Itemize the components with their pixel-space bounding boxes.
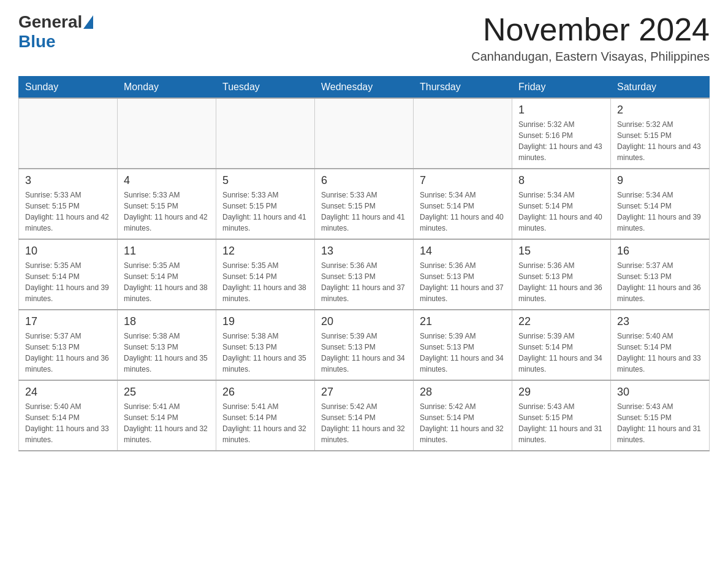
calendar-cell: 24Sunrise: 5:40 AMSunset: 5:14 PMDayligh…: [19, 380, 118, 451]
day-number: 23: [617, 315, 703, 328]
calendar-week-row: 17Sunrise: 5:37 AMSunset: 5:13 PMDayligh…: [19, 310, 710, 380]
calendar-cell: 26Sunrise: 5:41 AMSunset: 5:14 PMDayligh…: [216, 380, 315, 451]
calendar-header-thursday: Thursday: [414, 77, 512, 99]
calendar-header-monday: Monday: [118, 77, 216, 99]
calendar-cell: 15Sunrise: 5:36 AMSunset: 5:13 PMDayligh…: [512, 239, 611, 310]
calendar-cell: 23Sunrise: 5:40 AMSunset: 5:14 PMDayligh…: [611, 310, 710, 380]
day-number: 11: [124, 245, 210, 258]
day-info: Sunrise: 5:35 AMSunset: 5:14 PMDaylight:…: [222, 260, 308, 304]
day-info: Sunrise: 5:34 AMSunset: 5:14 PMDaylight:…: [617, 190, 703, 234]
calendar-week-row: 3Sunrise: 5:33 AMSunset: 5:15 PMDaylight…: [19, 169, 710, 239]
day-info: Sunrise: 5:32 AMSunset: 5:15 PMDaylight:…: [617, 119, 703, 163]
day-number: 8: [518, 174, 604, 187]
day-number: 22: [518, 315, 604, 328]
day-info: Sunrise: 5:33 AMSunset: 5:15 PMDaylight:…: [25, 190, 111, 234]
calendar-cell: [315, 98, 414, 169]
day-info: Sunrise: 5:41 AMSunset: 5:14 PMDaylight:…: [124, 401, 210, 445]
calendar-cell: 17Sunrise: 5:37 AMSunset: 5:13 PMDayligh…: [19, 310, 118, 380]
calendar-cell: 7Sunrise: 5:34 AMSunset: 5:14 PMDaylight…: [414, 169, 512, 239]
calendar-cell: 11Sunrise: 5:35 AMSunset: 5:14 PMDayligh…: [118, 239, 216, 310]
day-info: Sunrise: 5:39 AMSunset: 5:13 PMDaylight:…: [420, 331, 506, 375]
day-number: 24: [25, 386, 111, 399]
day-info: Sunrise: 5:33 AMSunset: 5:15 PMDaylight:…: [321, 190, 407, 234]
day-number: 15: [518, 245, 604, 258]
day-number: 7: [420, 174, 506, 187]
day-info: Sunrise: 5:35 AMSunset: 5:14 PMDaylight:…: [25, 260, 111, 304]
calendar-header-row: SundayMondayTuesdayWednesdayThursdayFrid…: [19, 77, 710, 99]
day-info: Sunrise: 5:36 AMSunset: 5:13 PMDaylight:…: [420, 260, 506, 304]
day-number: 20: [321, 315, 407, 328]
month-title: November 2024: [471, 12, 710, 47]
day-number: 25: [124, 386, 210, 399]
calendar-cell: 30Sunrise: 5:43 AMSunset: 5:15 PMDayligh…: [611, 380, 710, 451]
calendar-cell: 4Sunrise: 5:33 AMSunset: 5:15 PMDaylight…: [118, 169, 216, 239]
day-info: Sunrise: 5:33 AMSunset: 5:15 PMDaylight:…: [124, 190, 210, 234]
calendar-cell: 12Sunrise: 5:35 AMSunset: 5:14 PMDayligh…: [216, 239, 315, 310]
day-number: 29: [518, 386, 604, 399]
calendar-cell: 13Sunrise: 5:36 AMSunset: 5:13 PMDayligh…: [315, 239, 414, 310]
calendar-header-sunday: Sunday: [19, 77, 118, 99]
calendar-cell: 19Sunrise: 5:38 AMSunset: 5:13 PMDayligh…: [216, 310, 315, 380]
day-info: Sunrise: 5:39 AMSunset: 5:14 PMDaylight:…: [518, 331, 604, 375]
day-info: Sunrise: 5:39 AMSunset: 5:13 PMDaylight:…: [321, 331, 407, 375]
logo: General Blue: [18, 12, 94, 52]
day-info: Sunrise: 5:36 AMSunset: 5:13 PMDaylight:…: [518, 260, 604, 304]
day-number: 21: [420, 315, 506, 328]
calendar-cell: [118, 98, 216, 169]
calendar-cell: 10Sunrise: 5:35 AMSunset: 5:14 PMDayligh…: [19, 239, 118, 310]
day-number: 9: [617, 174, 703, 187]
day-info: Sunrise: 5:38 AMSunset: 5:13 PMDaylight:…: [222, 331, 308, 375]
day-number: 6: [321, 174, 407, 187]
day-info: Sunrise: 5:38 AMSunset: 5:13 PMDaylight:…: [124, 331, 210, 375]
calendar-week-row: 10Sunrise: 5:35 AMSunset: 5:14 PMDayligh…: [19, 239, 710, 310]
calendar-cell: [19, 98, 118, 169]
day-number: 28: [420, 386, 506, 399]
title-area: November 2024 Canhandugan, Eastern Visay…: [471, 12, 710, 64]
calendar-cell: 22Sunrise: 5:39 AMSunset: 5:14 PMDayligh…: [512, 310, 611, 380]
calendar-cell: 20Sunrise: 5:39 AMSunset: 5:13 PMDayligh…: [315, 310, 414, 380]
day-info: Sunrise: 5:43 AMSunset: 5:15 PMDaylight:…: [518, 401, 604, 445]
day-info: Sunrise: 5:43 AMSunset: 5:15 PMDaylight:…: [617, 401, 703, 445]
day-number: 2: [617, 104, 703, 117]
calendar-cell: 9Sunrise: 5:34 AMSunset: 5:14 PMDaylight…: [611, 169, 710, 239]
calendar-header-wednesday: Wednesday: [315, 77, 414, 99]
day-number: 16: [617, 245, 703, 258]
day-number: 14: [420, 245, 506, 258]
day-number: 13: [321, 245, 407, 258]
day-number: 5: [222, 174, 308, 187]
day-info: Sunrise: 5:34 AMSunset: 5:14 PMDaylight:…: [518, 190, 604, 234]
location-title: Canhandugan, Eastern Visayas, Philippine…: [471, 50, 710, 64]
calendar-cell: 25Sunrise: 5:41 AMSunset: 5:14 PMDayligh…: [118, 380, 216, 451]
calendar-cell: 21Sunrise: 5:39 AMSunset: 5:13 PMDayligh…: [414, 310, 512, 380]
calendar-cell: 5Sunrise: 5:33 AMSunset: 5:15 PMDaylight…: [216, 169, 315, 239]
calendar-cell: 3Sunrise: 5:33 AMSunset: 5:15 PMDaylight…: [19, 169, 118, 239]
calendar-cell: 6Sunrise: 5:33 AMSunset: 5:15 PMDaylight…: [315, 169, 414, 239]
calendar-cell: 2Sunrise: 5:32 AMSunset: 5:15 PMDaylight…: [611, 98, 710, 169]
page-header: General Blue November 2024 Canhandugan, …: [18, 12, 710, 64]
calendar-week-row: 24Sunrise: 5:40 AMSunset: 5:14 PMDayligh…: [19, 380, 710, 451]
logo-blue-text: Blue: [18, 32, 56, 52]
day-number: 18: [124, 315, 210, 328]
calendar-header-friday: Friday: [512, 77, 611, 99]
calendar-cell: 29Sunrise: 5:43 AMSunset: 5:15 PMDayligh…: [512, 380, 611, 451]
day-number: 3: [25, 174, 111, 187]
calendar-header-saturday: Saturday: [611, 77, 710, 99]
day-info: Sunrise: 5:37 AMSunset: 5:13 PMDaylight:…: [25, 331, 111, 375]
calendar-week-row: 1Sunrise: 5:32 AMSunset: 5:16 PMDaylight…: [19, 98, 710, 169]
day-number: 27: [321, 386, 407, 399]
day-number: 10: [25, 245, 111, 258]
day-info: Sunrise: 5:33 AMSunset: 5:15 PMDaylight:…: [222, 190, 308, 234]
day-info: Sunrise: 5:40 AMSunset: 5:14 PMDaylight:…: [25, 401, 111, 445]
day-number: 12: [222, 245, 308, 258]
logo-triangle-icon: [83, 15, 93, 29]
day-info: Sunrise: 5:35 AMSunset: 5:14 PMDaylight:…: [124, 260, 210, 304]
calendar-cell: 16Sunrise: 5:37 AMSunset: 5:13 PMDayligh…: [611, 239, 710, 310]
calendar-cell: 14Sunrise: 5:36 AMSunset: 5:13 PMDayligh…: [414, 239, 512, 310]
calendar-cell: 28Sunrise: 5:42 AMSunset: 5:14 PMDayligh…: [414, 380, 512, 451]
calendar-cell: 1Sunrise: 5:32 AMSunset: 5:16 PMDaylight…: [512, 98, 611, 169]
day-info: Sunrise: 5:34 AMSunset: 5:14 PMDaylight:…: [420, 190, 506, 234]
day-info: Sunrise: 5:36 AMSunset: 5:13 PMDaylight:…: [321, 260, 407, 304]
calendar-cell: [216, 98, 315, 169]
calendar-header-tuesday: Tuesday: [216, 77, 315, 99]
day-info: Sunrise: 5:41 AMSunset: 5:14 PMDaylight:…: [222, 401, 308, 445]
